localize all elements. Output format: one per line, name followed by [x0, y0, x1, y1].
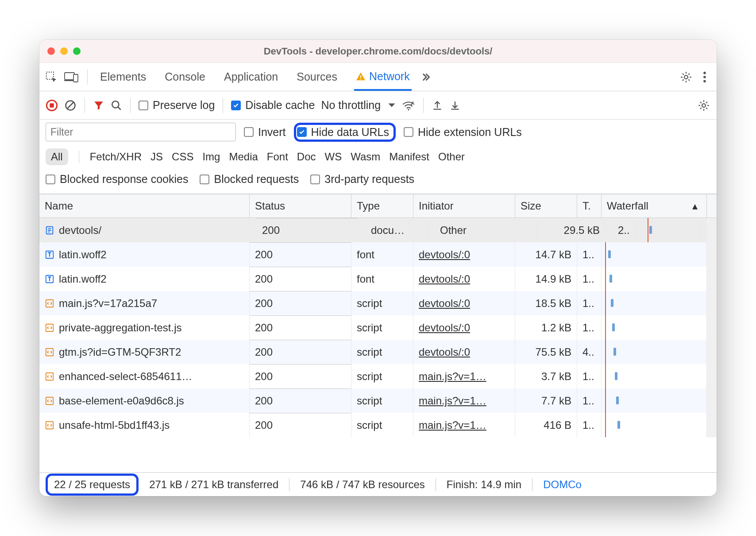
request-initiator: Other — [435, 218, 536, 242]
col-waterfall[interactable]: Waterfall▴ — [602, 194, 707, 218]
tab-strip: ElementsConsoleApplicationSourcesNetwork — [39, 63, 717, 91]
export-har-icon[interactable] — [432, 100, 443, 111]
request-initiator[interactable]: devtools/:0 — [413, 267, 515, 291]
transferred-size: 271 kB / 271 kB transferred — [139, 478, 289, 491]
hide-data-urls-highlight: Hide data URLs — [294, 123, 396, 142]
scrollbar[interactable] — [707, 267, 717, 291]
col-type[interactable]: Type — [351, 194, 413, 218]
throttling-select[interactable]: No throttling — [321, 99, 396, 112]
type-filter-doc[interactable]: Doc — [297, 151, 316, 163]
table-row[interactable]: devtools/200docu…Other29.5 kB2.. — [39, 218, 717, 242]
col-size[interactable]: Size — [515, 194, 577, 218]
scrollbar[interactable] — [707, 291, 717, 315]
hide-data-urls-checkbox[interactable]: Hide data URLs — [297, 126, 389, 139]
request-type: script — [351, 315, 413, 340]
disable-cache-checkbox[interactable]: Disable cache — [231, 99, 315, 112]
request-initiator[interactable]: devtools/:0 — [413, 291, 515, 315]
scrollbar[interactable] — [707, 218, 717, 242]
type-filter-other[interactable]: Other — [438, 151, 465, 163]
col-initiator[interactable]: Initiator — [413, 194, 515, 218]
device-toolbar-icon[interactable] — [64, 71, 78, 83]
table-row[interactable]: gtm.js?id=GTM-5QF3RT2200scriptdevtools/:… — [39, 340, 717, 364]
request-type: font — [351, 267, 413, 291]
third-party-checkbox[interactable]: 3rd-party requests — [310, 173, 414, 186]
table-row[interactable]: base-element-e0a9d6c8.js200scriptmain.js… — [39, 388, 717, 413]
more-tabs-icon[interactable] — [413, 71, 437, 83]
status-bar: 22 / 25 requests 271 kB / 271 kB transfe… — [39, 472, 717, 496]
request-initiator[interactable]: devtools/:0 — [413, 242, 515, 267]
request-size: 3.7 kB — [515, 364, 577, 388]
scrollbar[interactable] — [707, 340, 717, 364]
scrollbar[interactable] — [707, 413, 717, 437]
search-icon[interactable] — [111, 100, 122, 111]
invert-checkbox[interactable]: Invert — [244, 126, 286, 139]
svg-point-8 — [703, 80, 706, 82]
type-filter-font[interactable]: Font — [267, 151, 288, 163]
request-name: latin.woff2 — [59, 249, 107, 261]
network-conditions-icon[interactable] — [402, 100, 415, 111]
request-initiator[interactable]: devtools/:0 — [413, 315, 515, 340]
request-initiator[interactable]: devtools/:0 — [413, 340, 515, 364]
type-filter-img[interactable]: Img — [202, 151, 220, 163]
request-initiator[interactable]: main.js?v=1… — [413, 388, 515, 413]
record-icon[interactable] — [46, 99, 58, 112]
table-row[interactable]: unsafe-html-5bd1ff43.js200scriptmain.js?… — [39, 413, 717, 437]
table-row[interactable]: private-aggregation-test.js200scriptdevt… — [39, 315, 717, 340]
scrollbar[interactable] — [707, 388, 717, 413]
tab-application[interactable]: Application — [222, 64, 280, 89]
clear-icon[interactable] — [64, 99, 77, 112]
blocked-requests-checkbox[interactable]: Blocked requests — [200, 173, 299, 186]
filter-input[interactable] — [46, 123, 236, 141]
table-row[interactable]: enhanced-select-6854611…200scriptmain.js… — [39, 364, 717, 388]
preserve-log-checkbox[interactable]: Preserve log — [139, 99, 215, 112]
blocked-cookies-checkbox[interactable]: Blocked response cookies — [46, 173, 188, 186]
table-row[interactable]: main.js?v=17a215a7200scriptdevtools/:018… — [39, 291, 717, 315]
file-type-icon — [45, 323, 54, 333]
request-time: 1.. — [577, 291, 602, 315]
hide-extension-urls-checkbox[interactable]: Hide extension URLs — [404, 126, 522, 139]
type-filter-wasm[interactable]: Wasm — [351, 151, 380, 163]
kebab-menu-icon[interactable] — [702, 71, 707, 83]
col-time[interactable]: T. — [577, 194, 602, 218]
file-type-icon — [45, 299, 54, 308]
type-filter-css[interactable]: CSS — [172, 151, 193, 163]
col-name[interactable]: Name — [39, 194, 250, 218]
domcontentloaded-link[interactable]: DOMCo — [532, 478, 592, 491]
table-row[interactable]: latin.woff2200fontdevtools/:014.9 kB1.. — [39, 267, 717, 291]
col-status[interactable]: Status — [250, 194, 351, 218]
tab-network[interactable]: Network — [354, 64, 412, 91]
request-time: 1.. — [577, 242, 602, 267]
request-type: font — [351, 242, 413, 267]
type-filter-fetchxhr[interactable]: Fetch/XHR — [90, 151, 142, 163]
request-initiator[interactable]: main.js?v=1… — [413, 413, 515, 437]
tab-elements[interactable]: Elements — [98, 64, 148, 89]
request-status: 200 — [250, 413, 351, 437]
table-row[interactable]: latin.woff2200fontdevtools/:014.7 kB1.. — [39, 242, 717, 267]
scrollbar[interactable] — [707, 242, 717, 267]
svg-rect-10 — [50, 103, 54, 107]
scrollbar[interactable] — [707, 364, 717, 388]
type-filter-all[interactable]: All — [46, 148, 68, 165]
request-name: unsafe-html-5bd1ff43.js — [59, 419, 170, 431]
svg-rect-4 — [360, 78, 361, 79]
svg-point-14 — [702, 104, 706, 107]
type-filter-ws[interactable]: WS — [325, 151, 342, 163]
filter-funnel-icon[interactable] — [93, 100, 104, 111]
request-initiator[interactable]: main.js?v=1… — [413, 364, 515, 388]
settings-icon[interactable] — [679, 70, 693, 84]
chevron-down-icon — [388, 103, 396, 108]
scrollbar[interactable] — [707, 315, 717, 340]
request-size: 14.9 kB — [515, 267, 577, 291]
request-status: 200 — [250, 340, 351, 364]
filter-row: Invert Hide data URLs Hide extension URL… — [39, 120, 717, 144]
file-type-icon — [45, 250, 54, 260]
inspect-element-icon[interactable] — [45, 70, 58, 84]
tab-sources[interactable]: Sources — [295, 64, 339, 89]
import-har-icon[interactable] — [449, 100, 461, 111]
type-filter-manifest[interactable]: Manifest — [389, 151, 429, 163]
type-filter-js[interactable]: JS — [150, 151, 163, 163]
network-settings-icon[interactable] — [697, 99, 710, 112]
type-filter-media[interactable]: Media — [229, 151, 258, 163]
tab-console[interactable]: Console — [163, 64, 207, 89]
request-size: 1.2 kB — [515, 315, 577, 340]
